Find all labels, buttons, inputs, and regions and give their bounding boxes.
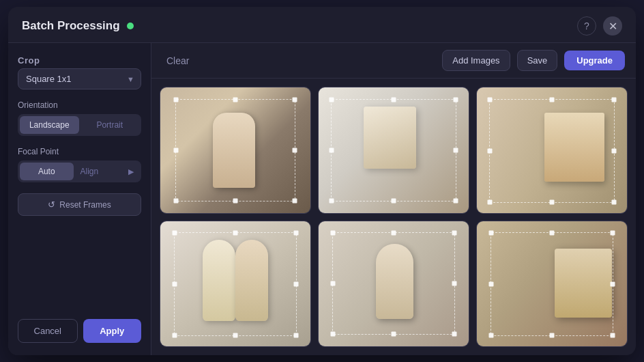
orientation-section: Orientation Landscape Portrait [18,100,141,136]
crop-select[interactable]: Square 1x1 16:9 4:3 3:2 Custom [18,68,141,89]
focal-section: Focal Point Auto Align ▶ [18,147,141,182]
modal-body: Crop Square 1x1 16:9 4:3 3:2 Custom ▼ Or… [8,43,636,355]
crop-section-title: Crop [18,55,141,66]
cell-inner-1 [160,87,310,213]
cell-inner-5 [319,221,469,347]
close-button[interactable]: ✕ [603,16,622,36]
modal-header: Batch Processing ? ✕ [8,7,636,43]
sidebar-actions: Cancel Apply [18,319,141,343]
add-images-button[interactable]: Add Images [442,50,510,71]
content-area: Clear Add Images Save Upgrade [151,43,636,355]
modal-title: Batch Processing [22,19,120,33]
cell-inner-3 [477,87,627,213]
landscape-button[interactable]: Landscape [20,116,79,134]
photo-2 [319,87,469,213]
align-button[interactable]: Align ▶ [75,163,140,180]
crop-select-wrapper: Square 1x1 16:9 4:3 3:2 Custom ▼ [18,68,141,89]
toolbar-right: Add Images Save Upgrade [442,50,625,71]
reset-frames-label: Reset Frames [59,200,111,210]
image-cell-3[interactable] [476,87,628,214]
clear-button[interactable]: Clear [162,53,193,69]
auto-button[interactable]: Auto [20,163,74,180]
apply-button[interactable]: Apply [83,319,142,343]
cell-inner-4 [160,221,310,347]
cell-inner-6 [477,221,627,347]
align-label: Align [80,167,99,176]
focal-point-label: Focal Point [18,147,141,156]
cell-inner-2 [319,87,469,213]
orientation-toggle: Landscape Portrait [18,114,141,136]
title-area: Batch Processing [22,19,134,33]
toolbar-left: Clear [162,53,193,69]
reset-icon: ↺ [48,199,55,210]
image-cell-1[interactable] [160,87,311,214]
upgrade-button[interactable]: Upgrade [564,51,625,70]
image-cell-2[interactable] [318,87,469,214]
save-button[interactable]: Save [517,50,558,71]
batch-processing-modal: Batch Processing ? ✕ Crop Square 1x1 16:… [8,7,636,355]
photo-6 [477,221,627,347]
cancel-button[interactable]: Cancel [18,319,78,343]
photo-4 [160,221,310,347]
sidebar: Crop Square 1x1 16:9 4:3 3:2 Custom ▼ Or… [8,43,151,355]
image-grid [151,79,636,355]
focal-toggle: Auto Align ▶ [18,161,141,182]
photo-3 [477,87,627,213]
crop-section: Crop Square 1x1 16:9 4:3 3:2 Custom ▼ [18,55,141,89]
help-button[interactable]: ? [577,16,596,36]
reset-frames-button[interactable]: ↺ Reset Frames [18,193,141,216]
image-cell-6[interactable] [476,221,628,348]
image-cell-4[interactable] [160,221,311,348]
portrait-button[interactable]: Portrait [80,116,140,134]
photo-5 [319,221,469,347]
align-arrow-icon: ▶ [128,167,134,176]
content-toolbar: Clear Add Images Save Upgrade [151,43,636,79]
header-right: ? ✕ [577,16,622,36]
status-dot [127,23,134,29]
image-cell-5[interactable] [318,221,469,348]
orientation-label: Orientation [18,100,141,110]
photo-1 [160,87,310,213]
